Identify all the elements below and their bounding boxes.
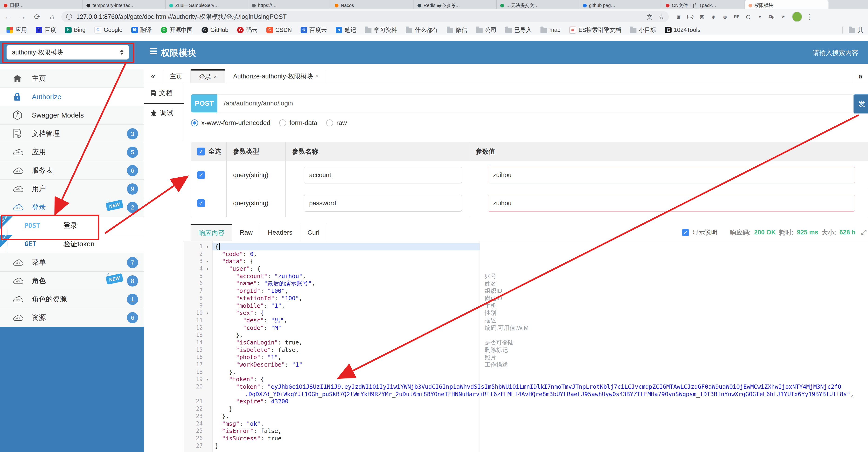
bookmark-label: 什么都有 [415, 26, 438, 34]
header-search-input[interactable]: 请输入搜索内容 [813, 49, 858, 57]
browser-tab[interactable]: Zuul—SampleServ… [165, 0, 248, 9]
page-info-icon[interactable]: ⓘ [66, 13, 72, 21]
sidebar-item[interactable]: Authorize [0, 88, 144, 106]
sidebar-item[interactable]: API 登录 NEW 2 [0, 198, 144, 217]
bookmark-item[interactable]: CSDN [267, 27, 292, 33]
browser-tab[interactable]: Nacos [331, 0, 414, 9]
response-tab[interactable]: Headers [260, 224, 300, 241]
translate-icon[interactable]: 文 [647, 13, 653, 21]
sidebar-item[interactable]: 主页 [0, 69, 144, 88]
bookmark-item[interactable]: 开源中国 [161, 26, 193, 34]
select-all-checkbox[interactable]: ✓ [197, 147, 205, 156]
bookmark-item[interactable]: 学习资料 [365, 26, 397, 34]
hamburger-icon[interactable] [150, 48, 157, 56]
response-tab[interactable]: Raw [232, 224, 260, 241]
sidebar-item[interactable]: API 角色 NEW 8 [0, 272, 144, 290]
param-name-input[interactable] [304, 167, 462, 183]
response-tab[interactable]: Curl [300, 224, 327, 241]
bookmark-item[interactable]: mac [540, 27, 560, 33]
collapse-sidebar-icon[interactable]: « [144, 69, 162, 83]
tab-doc[interactable]: 文档 [144, 83, 184, 103]
extension-icon[interactable]: ◯ [744, 12, 752, 21]
browser-tab[interactable]: github pag… [579, 0, 662, 9]
body-type-radio[interactable]: x-www-form-urlencoded [191, 119, 270, 126]
extension-icon[interactable]: ◉ [709, 12, 718, 21]
bookmark-item[interactable]: 码云 [237, 26, 257, 34]
module-select[interactable]: authority-权限模块 [6, 45, 129, 60]
other-bookmarks[interactable]: 其 [849, 26, 863, 34]
bookmark-item[interactable]: 公司 [476, 26, 497, 34]
forward-icon[interactable]: → [15, 12, 30, 21]
bookmark-item[interactable]: 微信 [447, 26, 467, 34]
sidebar-item[interactable]: API 用户 9 [0, 180, 144, 198]
sidebar-item[interactable]: NEW POST 登录 [0, 217, 144, 235]
extension-icon[interactable]: RP [733, 12, 741, 21]
bookmark-item[interactable]: ES搜索引擎文档 [569, 26, 621, 34]
fullscreen-icon[interactable]: ⤢ [861, 228, 867, 236]
browser-tab[interactable]: Redis 命令参考… [414, 0, 497, 9]
sidebar-item[interactable]: Swagger Models [0, 106, 144, 124]
address-bar[interactable]: ⓘ 127.0.0.1:8760/api/gate/doc.html#/auth… [61, 11, 669, 22]
bookmark-item[interactable]: GitHub [202, 27, 228, 33]
response-tab[interactable]: 响应内容 [191, 224, 232, 241]
bookmark-icon [336, 27, 342, 33]
bookmark-item[interactable]: 已导入 [505, 26, 532, 34]
browser-tab[interactable]: CN文件上传（pack… [662, 0, 745, 9]
body-type-radio[interactable]: form-data [279, 119, 317, 126]
row-checkbox[interactable]: ✓ [197, 171, 205, 179]
back-icon[interactable]: ← [0, 12, 15, 21]
browser-menu-icon[interactable]: ⋮ [806, 13, 813, 21]
home-icon[interactable]: ⌂ [44, 12, 60, 21]
bookmark-item[interactable]: 百度 [36, 26, 56, 34]
response-json-viewer[interactable]: 1▾{2"code": 0,3▾"data": {4▾"user": {5"ac… [184, 241, 868, 452]
bookmark-item[interactable]: 翻译 [131, 26, 152, 34]
bookmark-item[interactable]: 1024Tools [665, 27, 701, 33]
profile-avatar[interactable] [792, 12, 802, 22]
browser-tab[interactable]: 权限模块 [745, 0, 829, 9]
browser-tab[interactable]: https://… [248, 0, 331, 9]
response-tab-label: Curl [308, 229, 319, 236]
bookmark-item[interactable]: 什么都有 [406, 26, 438, 34]
param-value-input[interactable] [488, 195, 855, 211]
bookmark-item[interactable]: Bing [65, 27, 86, 33]
extension-icon[interactable]: ◍ [721, 12, 729, 21]
sidebar-item[interactable]: API 资源 6 [0, 308, 144, 327]
content-tab[interactable]: 登录 × [191, 69, 225, 83]
tab-overflow-icon[interactable]: » [853, 69, 868, 83]
bookmark-item[interactable]: 百度云 [301, 26, 327, 34]
bookmark-star-icon[interactable]: ☆ [659, 13, 664, 21]
browser-tab[interactable]: 日报… [0, 0, 83, 9]
tab-debug[interactable]: 调试 [144, 103, 184, 122]
browser-tab[interactable]: …无法提交文… [497, 0, 579, 9]
extension-icon[interactable]: ▾ [756, 12, 764, 21]
sidebar-item[interactable]: API 应用 5 [0, 143, 144, 161]
body-type-radio[interactable]: raw [326, 119, 347, 126]
bookmark-item[interactable]: 应用 [6, 26, 27, 34]
extension-icon[interactable]: {…} [686, 12, 694, 21]
sidebar-item[interactable]: API 角色的资源 1 [0, 290, 144, 308]
sidebar-item[interactable]: API 服务表 6 [0, 161, 144, 180]
content-tab[interactable]: 主页 [162, 69, 191, 83]
send-button[interactable]: 发 [854, 94, 868, 114]
bookmark-item[interactable]: Google [94, 27, 123, 33]
reload-icon[interactable]: ⟳ [30, 12, 44, 21]
param-name-input[interactable] [304, 195, 462, 211]
extension-icon[interactable]: ▣ [674, 12, 683, 21]
sidebar-item[interactable]: NEW GET 验证token [0, 235, 144, 253]
bookmark-item[interactable]: 小目标 [630, 26, 656, 34]
bookmark-item[interactable]: 笔记 [336, 26, 356, 34]
row-checkbox[interactable]: ✓ [197, 199, 205, 207]
api-cloud-icon: API [13, 314, 24, 321]
extension-icon[interactable]: 英 [698, 12, 706, 21]
request-url-input[interactable] [217, 94, 854, 112]
extension-icon[interactable]: ✳ [779, 12, 787, 21]
content-tab[interactable]: Authorize-authority-权限模块 × [225, 69, 327, 83]
param-value-input[interactable] [488, 167, 855, 183]
close-tab-icon[interactable]: × [214, 74, 217, 80]
extension-icon[interactable]: Zip [767, 12, 776, 21]
sidebar-item[interactable]: 文档管理 3 [0, 124, 144, 143]
browser-tab[interactable]: temporary-interfac… [83, 0, 165, 9]
close-tab-icon[interactable]: × [315, 73, 319, 80]
show-desc-checkbox[interactable]: ✓ [682, 229, 689, 236]
sidebar-item[interactable]: API 菜单 7 [0, 253, 144, 272]
